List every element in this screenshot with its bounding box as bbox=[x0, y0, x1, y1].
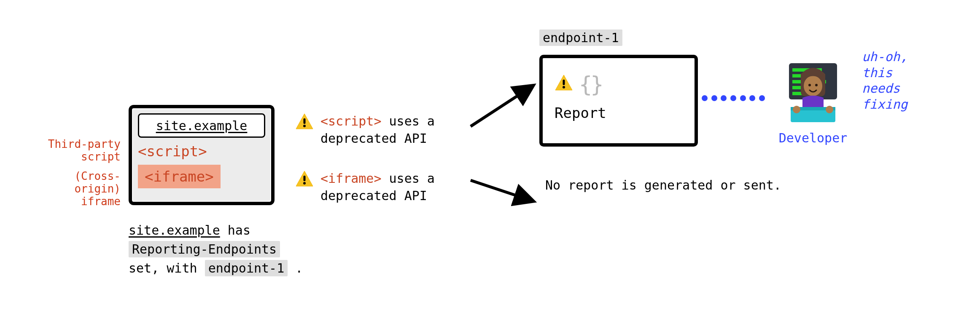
svg-point-18 bbox=[826, 106, 833, 113]
warning-script-text: <script> uses a deprecated API bbox=[320, 113, 472, 147]
url-bar: site.example bbox=[138, 113, 265, 138]
endpoint-box: {} Report bbox=[539, 55, 698, 147]
browser-caption: site.example has Reporting-Endpoints set… bbox=[129, 221, 314, 278]
dots-connector bbox=[702, 95, 765, 101]
svg-point-14 bbox=[815, 84, 818, 86]
braces-icon: {} bbox=[579, 72, 602, 97]
arrow-down-right-icon bbox=[467, 177, 539, 219]
warning-iframe: <iframe> uses a deprecated API bbox=[295, 170, 472, 204]
svg-point-3 bbox=[303, 182, 306, 185]
report-label: Report bbox=[555, 104, 606, 121]
arrow-up-right-icon bbox=[467, 81, 539, 131]
endpoint-inner: {} bbox=[555, 70, 602, 95]
svg-point-12 bbox=[804, 76, 822, 96]
svg-point-5 bbox=[563, 86, 565, 88]
warning-iframe-text: <iframe> uses a deprecated API bbox=[320, 170, 472, 204]
url-text: site.example bbox=[156, 118, 248, 133]
svg-rect-2 bbox=[304, 176, 306, 181]
warning-icon bbox=[555, 74, 573, 91]
site-browser: site.example <script> <iframe> bbox=[129, 105, 275, 205]
developer-quote: uh-oh, this needs fixing bbox=[862, 49, 907, 112]
endpoint-name-label: endpoint-1 bbox=[539, 30, 622, 45]
svg-point-17 bbox=[793, 106, 800, 113]
caption-l1-rest: has bbox=[220, 223, 250, 238]
warning-script: <script> uses a deprecated API bbox=[295, 113, 472, 147]
svg-rect-0 bbox=[304, 118, 306, 124]
svg-point-1 bbox=[303, 125, 306, 127]
developer-avatar-icon bbox=[777, 56, 849, 127]
svg-rect-4 bbox=[563, 80, 565, 85]
warning-icon bbox=[295, 113, 314, 130]
iframe-tag: <iframe> bbox=[138, 165, 221, 188]
label-cross-origin-iframe: (Cross-origin) iframe bbox=[29, 170, 121, 208]
warning-iframe-code: <iframe> bbox=[320, 171, 382, 186]
caption-l3-post: . bbox=[288, 261, 303, 276]
no-report-text: No report is generated or sent. bbox=[545, 176, 781, 195]
label-third-party-script: Third-party script bbox=[40, 138, 121, 163]
warning-script-code: <script> bbox=[320, 114, 382, 128]
svg-point-13 bbox=[808, 84, 811, 86]
caption-endpoint-1: endpoint-1 bbox=[205, 260, 288, 276]
developer: Developer bbox=[775, 56, 851, 145]
developer-label: Developer bbox=[775, 131, 851, 145]
endpoint-name: endpoint-1 bbox=[539, 29, 622, 46]
caption-reporting-endpoints: Reporting-Endpoints bbox=[129, 241, 280, 257]
warning-icon bbox=[295, 170, 314, 187]
script-tag: <script> bbox=[138, 143, 207, 160]
caption-l3-pre: set, with bbox=[129, 261, 205, 276]
caption-site: site.example bbox=[129, 223, 220, 238]
